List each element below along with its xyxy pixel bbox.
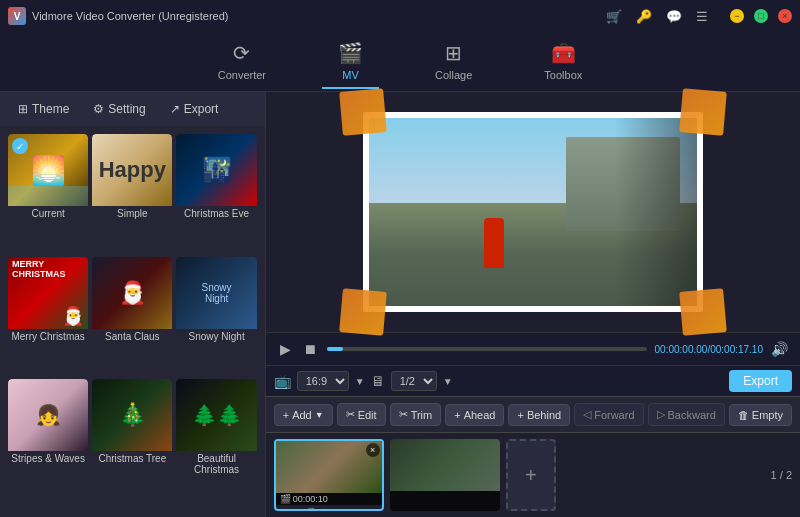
theme-merry-christmas[interactable]: MERRYCHRISTMAS 🎅 Merry Christmas [8,257,88,376]
video-inner [369,118,697,306]
aspect-select[interactable]: 16:9 4:3 1:1 [297,371,349,391]
tab-theme-label: Theme [32,102,69,116]
filmstrip-page-count: 1 / 2 [771,469,792,481]
forward-label: Forward [594,409,634,421]
ahead-icon: + [454,409,460,421]
behind-icon: + [517,409,523,421]
nav-converter-label: Converter [218,69,266,81]
theme-santa-claus[interactable]: 🎅 Santa Claus [92,257,172,376]
theme-grid: 🌅 ✓ Current Happy Simple [0,126,265,517]
edit-button[interactable]: ✂ Edit [337,403,386,426]
film-duration-icon: 🎬 [280,494,291,504]
close-button[interactable]: × [778,9,792,23]
film-audio-icon: 🎵 [304,507,316,511]
nav-mv-label: MV [342,69,359,81]
film-info-1: 🎬 00:00:10 [276,493,382,505]
nav-mv[interactable]: 🎬 MV [322,35,379,89]
theme-label-current: Current [8,206,88,223]
behind-label: Behind [527,409,561,421]
filmstrip: × 🎬 00:00:10 ▶ ✂ 🎵 ⚙ + [266,433,800,517]
tape-bottom-left [339,288,387,336]
main-area: ⊞ Theme ⚙ Setting ↗ Export 🌅 ✓ [0,92,800,517]
theme-current[interactable]: 🌅 ✓ Current [8,134,88,253]
page-select[interactable]: 1/2 2/2 [391,371,437,391]
menu-icon[interactable]: ☰ [696,9,708,24]
backward-button[interactable]: ▷ Backward [648,403,725,426]
bottom-controls: 📺 16:9 4:3 1:1 ▼ 🖥 1/2 2/2 ▼ Export [266,365,800,396]
nav-converter[interactable]: ⟳ Converter [202,35,282,89]
progress-bar[interactable] [327,347,647,351]
minimize-button[interactable]: − [730,9,744,23]
edit-label: Edit [358,409,377,421]
stop-button[interactable]: ⏹ [301,339,319,359]
theme-tab-icon: ⊞ [18,102,28,116]
forward-icon: ◁ [583,408,591,421]
theme-beautiful-christmas[interactable]: 🌲🌲 Beautiful Christmas [176,379,256,509]
nav-collage[interactable]: ⊞ Collage [419,35,488,89]
right-panel: ▶ ⏹ 00:00:00.00/00:00:17.10 🔊 📺 16:9 4:3… [266,92,800,517]
trim-label: Trim [411,409,433,421]
export-tab-icon: ↗ [170,102,180,116]
backward-label: Backward [668,409,716,421]
play-button[interactable]: ▶ [278,339,293,359]
app-icon: V [8,7,26,25]
film-close-1[interactable]: × [366,443,380,457]
mv-icon: 🎬 [338,41,363,65]
ahead-button[interactable]: + Ahead [445,404,504,426]
add-button[interactable]: + Add ▼ [274,404,333,426]
toolbar: + Add ▼ ✂ Edit ✂ Trim + Ahead + Behind ◁ [266,396,800,433]
film-clip-2[interactable] [390,439,500,511]
cart-icon[interactable]: 🛒 [606,9,622,24]
film-thumb-2 [390,439,500,491]
tape-top-left [339,88,387,136]
video-preview-area [266,92,800,332]
theme-snowy-night[interactable]: SnowyNight Snowy Night [176,257,256,376]
trim-icon: ✂ [399,408,408,421]
nav-toolbox[interactable]: 🧰 Toolbox [528,35,598,89]
progress-filled [327,347,343,351]
setting-tab-icon: ⚙ [93,102,104,116]
add-caret-icon: ▼ [315,410,324,420]
empty-icon: 🗑 [738,409,749,421]
theme-christmas-tree[interactable]: 🎄 Christmas Tree [92,379,172,509]
converter-icon: ⟳ [233,41,250,65]
tab-setting-label: Setting [108,102,145,116]
add-clip-button[interactable]: + [506,439,556,511]
playback-controls: ▶ ⏹ 00:00:00.00/00:00:17.10 🔊 [266,332,800,365]
film-settings-icon: ⚙ [320,507,329,511]
title-bar: V Vidmore Video Converter (Unregistered)… [0,0,800,32]
film-duration-1: 00:00:10 [293,494,328,504]
theme-label-simple: Simple [92,206,172,223]
video-white-border [363,112,703,312]
theme-christmas-eve[interactable]: 🌃 Christmas Eve [176,134,256,253]
panel-tabs: ⊞ Theme ⚙ Setting ↗ Export [0,92,265,126]
forward-button[interactable]: ◁ Forward [574,403,643,426]
add-icon: + [283,409,289,421]
maximize-button[interactable]: □ [754,9,768,23]
tab-setting[interactable]: ⚙ Setting [83,98,155,120]
empty-button[interactable]: 🗑 Empty [729,404,792,426]
screen-icon: 🖥 [371,373,385,389]
edit-icon: ✂ [346,408,355,421]
film-clip-1[interactable]: × 🎬 00:00:10 ▶ ✂ 🎵 ⚙ [274,439,384,511]
chat-icon[interactable]: 💬 [666,9,682,24]
tape-top-right [679,88,727,136]
theme-label-merry-christmas: Merry Christmas [8,329,88,346]
trim-button[interactable]: ✂ Trim [390,403,442,426]
toolbox-icon: 🧰 [551,41,576,65]
tab-export[interactable]: ↗ Export [160,98,229,120]
volume-icon[interactable]: 🔊 [771,341,788,357]
behind-button[interactable]: + Behind [508,404,570,426]
theme-label-christmas-eve: Christmas Eve [176,206,256,223]
tab-theme[interactable]: ⊞ Theme [8,98,79,120]
key-icon[interactable]: 🔑 [636,9,652,24]
nav-toolbox-label: Toolbox [544,69,582,81]
time-display: 00:00:00.00/00:00:17.10 [655,344,763,355]
theme-label-snowy-night: Snowy Night [176,329,256,346]
export-button[interactable]: Export [729,370,792,392]
theme-stripes-waves[interactable]: 👧 Stripes & Waves [8,379,88,509]
page-chevron-icon: ▼ [443,376,453,387]
theme-label-christmas-tree: Christmas Tree [92,451,172,468]
collage-icon: ⊞ [445,41,462,65]
theme-simple[interactable]: Happy Simple [92,134,172,253]
